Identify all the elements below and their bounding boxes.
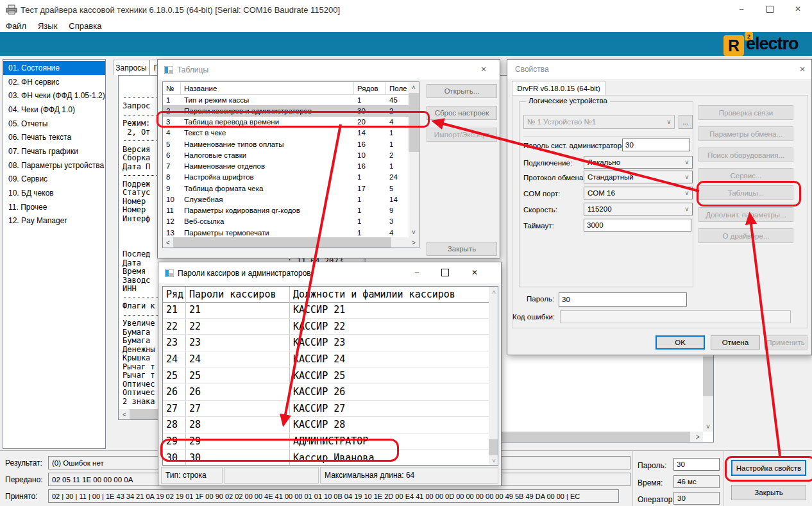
password-row[interactable]: 28 28 КАССИР 28	[163, 417, 489, 434]
password-input[interactable]	[673, 458, 720, 471]
menu-help[interactable]: Справка	[63, 19, 107, 32]
tab-requests[interactable]: Запросы	[113, 60, 149, 75]
table-row[interactable]: 5 Наименование типов оплаты 16 1	[163, 139, 409, 149]
property-settings-button[interactable]: Настройка свойств	[731, 460, 806, 476]
properties-dialog-titlebar[interactable]: Свойства ✕	[507, 60, 811, 79]
tables-close-button[interactable]: Закрыть	[427, 242, 497, 256]
close-bottom-button[interactable]: Закрыть	[731, 485, 806, 500]
table-row[interactable]: 10 Служебная 1 14	[163, 194, 409, 205]
apply-button[interactable]: Применить	[764, 335, 808, 350]
password-row[interactable]: 26 26 КАССИР 26	[163, 384, 489, 401]
table-row[interactable]: 12 Веб-ссылка 1 3	[163, 216, 409, 227]
table-row[interactable]: 11 Параметры кодирования qr-кодов 1 9	[163, 205, 409, 216]
minimize-button[interactable]: –	[727, 0, 756, 18]
col-name[interactable]: Название	[181, 82, 354, 94]
ok-button[interactable]: OK	[656, 335, 705, 350]
properties-action-button[interactable]: Параметры обмена...	[698, 126, 793, 141]
password-row[interactable]: 23 23 КАССИР 23	[163, 335, 489, 351]
sidebar-item[interactable]: 10. БД чеков	[3, 186, 105, 200]
tables-vscrollbar[interactable]: ˄ ˅	[409, 82, 419, 237]
table-row[interactable]: 4 Текст в чеке 14 1	[163, 128, 409, 139]
timeout-input[interactable]	[584, 219, 691, 232]
maximize-button[interactable]	[434, 265, 456, 280]
sidebar-item[interactable]: 05. Отчеты	[3, 117, 105, 131]
table-row[interactable]: 7 Наименование отделов 16 1	[163, 161, 409, 172]
console-line: Рычаг т	[123, 362, 155, 371]
sidebar-item[interactable]: 02. ФН сервис	[3, 75, 105, 89]
scroll-down-icon[interactable]: ˅	[703, 421, 713, 432]
table-row[interactable]: 8 Настройка шрифтов 1 24	[163, 172, 409, 183]
scroll-down-icon[interactable]: ˅	[409, 227, 419, 237]
baudrate-select[interactable]: 115200 ˅	[584, 203, 693, 215]
cancel-button[interactable]: Отмена	[711, 335, 760, 350]
scroll-up-icon[interactable]: ˄	[489, 287, 498, 297]
scroll-right-icon[interactable]: ˃	[409, 237, 419, 248]
password-row[interactable]: 24 24 КАССИР 24	[163, 351, 489, 368]
scroll-up-icon[interactable]: ˄	[409, 82, 419, 92]
sidebar-item[interactable]: 12. Pay Manager	[3, 214, 105, 228]
properties-action-button[interactable]: Поиск оборудования...	[698, 148, 793, 162]
import-export-button[interactable]: Импорт/Экспорт	[427, 128, 497, 142]
sidebar-item[interactable]: 11. Прочее	[3, 200, 105, 214]
dialog-password-input[interactable]	[559, 292, 687, 307]
password-row[interactable]: 22 22 КАССИР 22	[163, 319, 489, 335]
close-button[interactable]: ✕	[784, 0, 812, 18]
sidebar-item[interactable]: 03. ФН чеки (ФФД 1.05-1.2)	[3, 89, 105, 103]
admin-password-input[interactable]	[622, 139, 690, 151]
properties-action-button[interactable]: Дополнит. параметры...	[698, 207, 793, 222]
sidebar-item[interactable]: 06. Печать текста	[3, 130, 105, 144]
table-row[interactable]: 3 Таблица перевода времени 20 4	[163, 117, 409, 128]
password-row[interactable]: 27 27 КАССИР 27	[163, 401, 489, 417]
password-row[interactable]: 29 29 АДМИНИСТРАТОР	[163, 434, 489, 450]
menu-file[interactable]: Файл	[0, 19, 32, 32]
sidebar-item[interactable]: 09. Сервис	[3, 173, 105, 187]
table-row[interactable]: 9 Таблица формата чека 17 5	[163, 183, 409, 194]
tables-dialog-titlebar[interactable]: Таблицы ✕	[158, 60, 500, 80]
tables-hscrollbar[interactable]: ˂ ˃	[163, 237, 419, 248]
passwords-table[interactable]: Ряд Пароли кассиров Должности и фамилии …	[162, 286, 498, 466]
properties-action-button[interactable]: Проверка связи	[698, 105, 793, 120]
minimize-button[interactable]: –	[406, 265, 428, 280]
scroll-left-icon[interactable]: ˂	[163, 237, 173, 248]
protocol-select[interactable]: Стандартный ˅	[584, 171, 693, 183]
properties-action-button[interactable]: О драйвере...	[698, 228, 793, 243]
scrollbar-thumb[interactable]	[489, 439, 498, 455]
table-row[interactable]: 1 Тип и режим кассы 1 45	[163, 94, 409, 105]
col-fields[interactable]: Поле	[386, 82, 409, 94]
password-row[interactable]: 25 25 КАССИР 25	[163, 367, 489, 384]
com-port-select[interactable]: COM 16 ˅	[584, 187, 693, 199]
sidebar-item[interactable]: 08. Параметры устройства	[3, 158, 105, 173]
scrollbar-thumb[interactable]	[173, 237, 391, 248]
table-row[interactable]: 13 Параметры термопечати 1 4	[163, 227, 409, 238]
sidebar-item[interactable]: 04. Чеки (ФФД 1.0)	[3, 103, 105, 117]
col-rows[interactable]: Рядов	[354, 82, 386, 94]
driver-tab[interactable]: DrvFR v6.18.0.15 (64-bit)	[512, 81, 605, 96]
tables-list[interactable]: № Название Рядов Поле 1 Тип и режим касс…	[162, 81, 419, 248]
reset-settings-button[interactable]: Сброс настроек	[427, 106, 497, 120]
scroll-right-icon[interactable]: ˃	[693, 432, 703, 442]
scroll-down-icon[interactable]: ˅	[489, 455, 498, 466]
table-row[interactable]: 2 Пароли кассиров и администраторов 30 2	[163, 105, 409, 116]
menu-language[interactable]: Язык	[32, 19, 63, 32]
passwords-dialog-titlebar[interactable]: Пароли кассиров и администраторов – ✕	[158, 262, 501, 283]
sidebar-item[interactable]: 07. Печать графики	[3, 144, 105, 158]
properties-action-button[interactable]: Таблицы...	[698, 185, 793, 200]
maximize-button[interactable]	[756, 0, 784, 18]
scrollbar-thumb[interactable]	[703, 357, 713, 396]
connection-select[interactable]: Локально ˅	[584, 156, 693, 169]
close-button[interactable]: ✕	[464, 265, 486, 280]
password-row[interactable]: 30 30 Кассир Иванова	[163, 450, 489, 466]
properties-close-icon[interactable]: ✕	[791, 61, 812, 78]
password-row[interactable]: 21 21 КАССИР 21	[163, 302, 489, 319]
scroll-left-icon[interactable]: ˂	[119, 409, 130, 419]
tables-close-icon[interactable]: ✕	[472, 61, 495, 78]
properties-action-button[interactable]: Сервис...	[698, 168, 793, 183]
device-more-button[interactable]: ...	[679, 115, 693, 129]
col-number[interactable]: №	[163, 82, 181, 94]
open-table-button[interactable]: Открыть...	[427, 84, 497, 98]
passwords-vscrollbar[interactable]: ˄ ˅	[489, 287, 498, 466]
sidebar-item[interactable]: 01. Состояние	[3, 61, 105, 75]
table-row[interactable]: 6 Налоговые ставки 10 2	[163, 149, 409, 160]
scrollbar-thumb[interactable]	[409, 93, 419, 152]
device-select[interactable]: № 1 Устройство №1 ˅	[523, 115, 675, 129]
